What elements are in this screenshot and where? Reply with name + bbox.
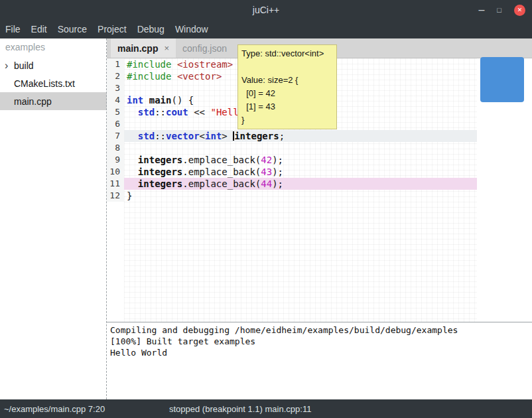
tooltip-line: Value: size=2 { <box>241 74 333 87</box>
code-token <box>127 167 138 177</box>
code-token: << <box>188 107 211 117</box>
tab-close-icon[interactable]: × <box>164 43 169 53</box>
window-controls: – □ ✕ <box>478 0 525 20</box>
code-text: integers.emplace_back(44); <box>124 178 477 190</box>
tree-item-main-cpp[interactable]: main.cpp <box>0 92 107 110</box>
code-token: :: <box>155 131 166 141</box>
line-number: 10 <box>107 166 124 178</box>
code-line[interactable]: 12} <box>107 190 532 202</box>
window-title: juCi++ <box>0 5 532 15</box>
status-debug-state: stopped (breakpoint 1.1) main.cpp:11 <box>169 404 311 414</box>
line-number: 3 <box>107 82 124 94</box>
code-token: integers <box>234 131 279 141</box>
titlebar: juCi++ – □ ✕ <box>0 0 532 20</box>
tab-label: main.cpp <box>117 43 158 54</box>
code-token <box>127 131 138 141</box>
code-text: integers.emplace_back(42); <box>124 154 477 166</box>
code-token: 44 <box>261 178 272 189</box>
tooltip-line: [0] = 42 <box>241 87 333 100</box>
tooltip-line <box>241 60 333 74</box>
close-icon[interactable]: ✕ <box>514 5 525 16</box>
line-number: 9 <box>107 154 124 166</box>
tree-item-build[interactable]: ›build <box>0 56 107 74</box>
code-token: .emplace_back( <box>182 155 261 165</box>
code-text: } <box>124 190 477 202</box>
code-token: 43 <box>261 167 272 177</box>
code-token: integers <box>138 167 182 177</box>
menu-item-project[interactable]: Project <box>92 24 132 35</box>
output-line: Compiling and debugging /home/eidheim/ex… <box>110 324 529 336</box>
sidebar: examples ›buildCMakeLists.txtmain.cpp <box>0 38 107 399</box>
code-token: #include <box>127 71 171 82</box>
sidebar-header: examples <box>0 38 107 56</box>
code-line[interactable]: 10 integers.emplace_back(43); <box>107 166 532 178</box>
line-number: 4 <box>107 94 124 106</box>
output-line: [100%] Built target examples <box>110 336 529 347</box>
code-token: integers <box>138 155 182 165</box>
tab-main-cpp[interactable]: main.cpp× <box>111 38 176 58</box>
line-number: 6 <box>107 118 124 130</box>
tree-item-label: CMakeLists.txt <box>14 78 75 89</box>
line-number: 8 <box>107 142 124 154</box>
code-token: ); <box>272 155 283 165</box>
code-token <box>127 178 138 189</box>
tab-label: config.json <box>182 43 227 54</box>
expander-icon[interactable]: › <box>5 59 8 71</box>
line-number: 11 <box>107 178 124 190</box>
menu-item-file[interactable]: File <box>0 24 26 35</box>
code-token: <iostream> <box>177 59 233 70</box>
menu-item-edit[interactable]: Edit <box>26 24 52 35</box>
tooltip-line: [1] = 43 <box>241 100 333 113</box>
code-token <box>127 107 138 117</box>
code-text: std::vector<int> integers; <box>124 130 477 142</box>
line-number: 5 <box>107 106 124 118</box>
code-token <box>143 95 149 105</box>
code-line[interactable]: 11 integers.emplace_back(44); <box>107 178 532 190</box>
code-token: ); <box>272 167 283 177</box>
code-token: .emplace_back( <box>182 167 261 177</box>
scrollbar-thumb[interactable] <box>480 57 524 102</box>
maximize-icon[interactable]: □ <box>497 7 501 14</box>
code-token <box>127 155 138 165</box>
code-line[interactable]: 8 <box>107 142 532 154</box>
minimize-icon[interactable]: – <box>478 5 484 15</box>
code-token: vector <box>166 131 200 141</box>
line-number: 2 <box>107 70 124 82</box>
code-token: integers <box>138 178 182 189</box>
menu-item-window[interactable]: Window <box>170 24 214 35</box>
tooltip-line: } <box>241 113 333 127</box>
code-line[interactable]: 9 integers.emplace_back(42); <box>107 154 532 166</box>
code-text: integers.emplace_back(43); <box>124 166 477 178</box>
code-token: () { <box>171 95 194 105</box>
code-token: > <box>222 131 233 141</box>
code-token: < <box>200 131 205 141</box>
code-token: :: <box>155 107 166 117</box>
code-line[interactable]: 7 std::vector<int> integers; <box>107 130 532 142</box>
code-token: int <box>127 95 143 105</box>
tooltip-lines: Type: std::vector<int> Value: size=2 { [… <box>241 47 333 127</box>
output-line: Hello World <box>110 347 529 358</box>
sidebar-resize-handle[interactable] <box>106 38 107 399</box>
tree-item-label: main.cpp <box>14 96 52 107</box>
code-token: #include <box>127 59 171 70</box>
code-text <box>124 142 477 154</box>
line-number: 1 <box>107 58 124 70</box>
code-token: ); <box>272 178 283 189</box>
output-lines: Compiling and debugging /home/eidheim/ex… <box>110 324 529 358</box>
tree-item-label: build <box>14 60 34 71</box>
tab-config-json[interactable]: config.json <box>176 38 233 58</box>
menu-item-debug[interactable]: Debug <box>132 24 170 35</box>
output-panel[interactable]: Compiling and debugging /home/eidheim/ex… <box>107 322 532 399</box>
code-token: } <box>127 190 132 201</box>
code-token: 42 <box>261 155 272 165</box>
line-number: 12 <box>107 190 124 202</box>
code-token <box>171 59 176 70</box>
menu-bar: FileEditSourceProjectDebugWindow <box>0 20 532 38</box>
file-tree: ›buildCMakeLists.txtmain.cpp <box>0 56 107 110</box>
code-token: .emplace_back( <box>182 178 261 189</box>
menu-item-source[interactable]: Source <box>52 24 92 35</box>
tree-item-cmakelists-txt[interactable]: CMakeLists.txt <box>0 74 107 92</box>
code-token: std <box>138 107 155 117</box>
line-number: 7 <box>107 130 124 142</box>
debug-value-tooltip: Type: std::vector<int> Value: size=2 { [… <box>237 44 337 129</box>
